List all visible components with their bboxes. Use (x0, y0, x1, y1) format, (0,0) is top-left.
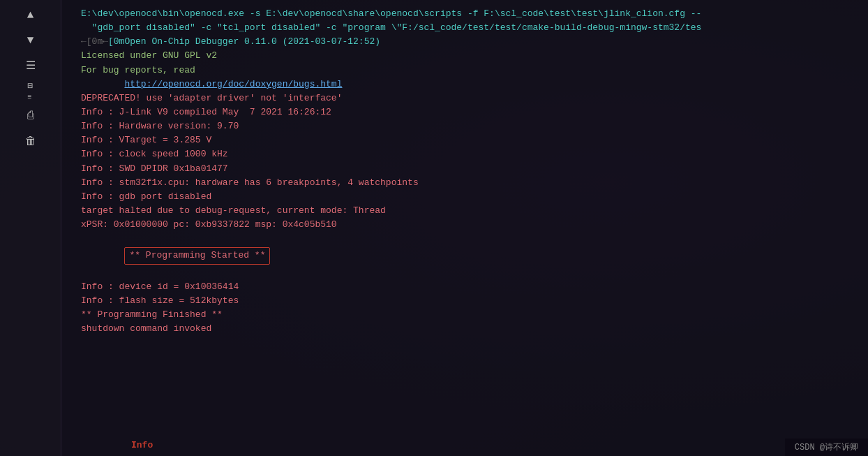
terminal-line: Licensed under GNU GPL v2 (81, 49, 848, 63)
terminal-line: Info : VTarget = 3.285 V (81, 133, 848, 147)
arrow-down-icon: ▼ (27, 34, 34, 47)
print-icon: ⎙ (27, 110, 34, 122)
terminal-line: Info : stm32f1x.cpu: hardware has 6 brea… (81, 176, 848, 190)
main-container: ▲ ▼ ☰ ⊟≡ ⎙ 🗑 E:\dev\openocd\bin\openocd.… (0, 0, 868, 456)
terminal-line: Info : device id = 0x10036414 (81, 280, 848, 294)
terminal-line: target halted due to debug-request, curr… (81, 204, 848, 218)
layout-icon: ⊟≡ (28, 80, 33, 102)
terminal-line: DEPRECATED! use 'adapter driver' not 'in… (81, 91, 848, 105)
terminal-line: Info : Hardware version: 9.70 (81, 119, 848, 133)
list-icon: ☰ (26, 59, 36, 73)
terminal-line: E:\dev\openocd\bin\openocd.exe -s E:\dev… (81, 7, 848, 21)
terminal-line: xPSR: 0x01000000 pc: 0xb9337822 msp: 0x4… (81, 218, 848, 232)
terminal-line: For bug reports, read (81, 64, 848, 78)
terminal-line: "gdb_port disabled" -c "tcl_port disable… (81, 21, 848, 35)
terminal-line: Info : SWD DPIDR 0x1ba01477 (81, 162, 848, 176)
terminal-area: E:\dev\openocd\bin\openocd.exe -s E:\dev… (61, 0, 868, 456)
programming-started-line: ** Programming Started ** (81, 233, 848, 278)
terminal-line: ** Programming Finished ** (81, 308, 848, 322)
menu-button[interactable]: ☰ (8, 54, 53, 77)
layout-button[interactable]: ⊟≡ (8, 80, 53, 102)
info-label: Info (131, 440, 153, 450)
scroll-down-button[interactable]: ▼ (8, 29, 53, 52)
terminal-line: Info : flash size = 512kbytes (81, 294, 848, 308)
terminal-line: Info : J-Link V9 compiled May 7 2021 16:… (81, 105, 848, 119)
bug-report-link[interactable]: http://openocd.org/doc/doxygen/bugs.html (124, 79, 342, 89)
terminal-line: Info : clock speed 1000 kHz (81, 147, 848, 161)
terminal-line: shutdown command invoked (81, 322, 848, 336)
arrow-up-icon: ▲ (27, 9, 34, 22)
watermark: CSDN @诗不诉卿 (785, 439, 868, 456)
delete-button[interactable]: 🗑 (8, 130, 53, 152)
terminal-line: http://openocd.org/doc/doxygen/bugs.html (81, 78, 848, 91)
scroll-up-button[interactable]: ▲ (8, 4, 53, 27)
programming-started-badge: ** Programming Started ** (124, 247, 270, 264)
terminal-output: E:\dev\openocd\bin\openocd.exe -s E:\dev… (71, 4, 858, 357)
sidebar: ▲ ▼ ☰ ⊟≡ ⎙ 🗑 (0, 0, 61, 456)
terminal-line: Info : gdb port disabled (81, 190, 848, 204)
terminal-line: ←[0m←[0mOpen On-Chip Debugger 0.11.0 (20… (81, 35, 848, 49)
trash-icon: 🗑 (25, 135, 36, 148)
print-button[interactable]: ⎙ (8, 105, 53, 127)
